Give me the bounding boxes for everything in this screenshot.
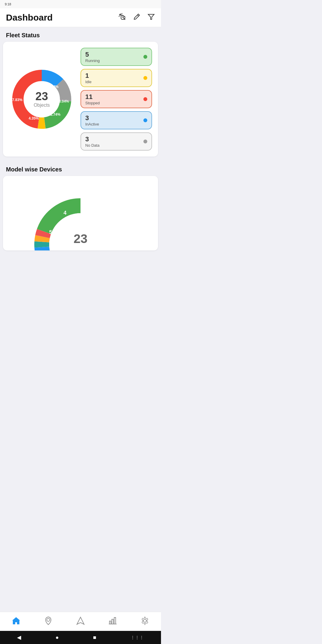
status-card-nodata[interactable]: 3 No Data <box>80 132 152 151</box>
seg-teal-label: 1 <box>107 212 110 218</box>
svg-line-8 <box>120 14 120 15</box>
status-time: 9:18 <box>5 2 11 6</box>
seg-red-label: 4 <box>64 210 66 216</box>
nodata-dot <box>143 140 147 143</box>
donut-total: 23 <box>34 91 50 102</box>
status-bar: 9:18 <box>0 0 161 8</box>
status-cards-list: 5 Running 1 Idle 11 Stopped <box>80 48 152 151</box>
seg-orange-label: 1 <box>115 224 118 230</box>
fleet-donut-chart: 13.04% 13.04% 21.74% 4.35% 47.83% 23 Obj… <box>9 66 75 132</box>
idle-label: Idle <box>85 80 92 84</box>
header: Dashboard <box>0 8 161 27</box>
running-dot <box>143 55 147 59</box>
status-card-idle[interactable]: 1 Idle <box>80 69 152 87</box>
model-donut-svg: 5 4 2 1 1 1 23 <box>21 185 140 250</box>
svg-point-4 <box>121 14 121 14</box>
percent-idle: 13.04% <box>57 99 69 103</box>
model-wise-card: 5 4 2 1 1 1 23 <box>3 176 158 250</box>
percent-stopped: 21.74% <box>48 112 61 117</box>
model-donut-wrapper: 5 4 2 1 1 1 23 <box>9 182 152 250</box>
running-label: Running <box>85 58 100 63</box>
idle-dot <box>143 76 147 80</box>
svg-point-5 <box>119 15 120 16</box>
inactive-dot <box>143 118 147 122</box>
model-wise-label: Model wise Devices <box>0 161 161 176</box>
stopped-dot <box>143 97 147 101</box>
fleet-status-label: Fleet Status <box>0 27 161 42</box>
fleet-inner: 13.04% 13.04% 21.74% 4.35% 47.83% 23 Obj… <box>9 48 152 151</box>
seg-red2-label: 1 <box>118 235 121 241</box>
percent-inactive: 4.35% <box>29 116 39 120</box>
header-actions <box>118 13 155 23</box>
percent-running: 13.04% <box>46 85 58 89</box>
svg-line-9 <box>137 15 139 16</box>
status-card-inactive[interactable]: 3 InActive <box>80 111 152 129</box>
stopped-count: 11 <box>85 93 100 101</box>
status-card-running[interactable]: 5 Running <box>80 48 152 66</box>
page-title: Dashboard <box>6 13 53 23</box>
nodata-count: 3 <box>85 135 100 143</box>
running-count: 5 <box>85 51 100 58</box>
seg-yellow-label: 5 <box>49 229 52 235</box>
svg-marker-10 <box>148 14 154 19</box>
idle-count: 1 <box>85 72 92 80</box>
status-card-stopped[interactable]: 11 Stopped <box>80 90 152 108</box>
nodata-label: No Data <box>85 143 100 148</box>
magic-icon[interactable] <box>118 13 126 23</box>
seg-blue-label: 2 <box>88 206 91 212</box>
inactive-label: InActive <box>85 122 99 126</box>
percent-orange: 47.83% <box>10 98 22 102</box>
edit-icon[interactable] <box>133 13 141 22</box>
model-total: 23 <box>74 232 88 246</box>
filter-icon[interactable] <box>147 13 155 22</box>
donut-center: 23 Objects <box>34 91 50 108</box>
donut-total-label: Objects <box>34 103 50 108</box>
stopped-label: Stopped <box>85 101 100 105</box>
inactive-count: 3 <box>85 114 99 122</box>
fleet-status-card: 13.04% 13.04% 21.74% 4.35% 47.83% 23 Obj… <box>3 42 158 157</box>
